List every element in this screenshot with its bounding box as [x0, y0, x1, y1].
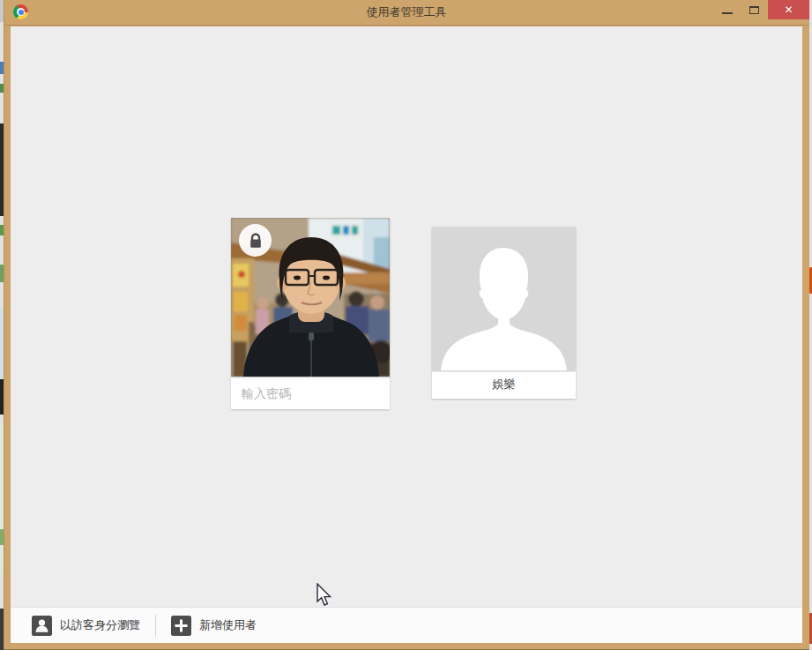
profile-photo[interactable] [231, 218, 390, 377]
profile-silhouette-avatar[interactable] [432, 227, 576, 370]
close-icon: ✕ [784, 4, 793, 16]
window-title: 使用者管理工具 [4, 0, 809, 26]
window-controls: ✕ [713, 0, 809, 19]
profile-pod-entertainment[interactable]: 娛樂 [432, 227, 576, 399]
profile-name-label: 娛樂 [432, 370, 576, 399]
lock-icon [247, 232, 264, 250]
browse-as-guest-button[interactable]: 以訪客身分瀏覽 [26, 612, 145, 639]
minimize-icon [722, 12, 733, 14]
bottom-toolbar: 以訪客身分瀏覽 新增使用者 [11, 607, 802, 643]
screen: 使用者管理工具 ✕ [0, 0, 812, 650]
locked-badge [239, 224, 272, 257]
add-user-label: 新增使用者 [199, 617, 257, 633]
guest-person-icon [32, 616, 52, 636]
person-silhouette-icon [432, 227, 576, 370]
titlebar[interactable]: 使用者管理工具 ✕ [4, 0, 809, 26]
content-area: 娛樂 以訪客身分瀏覽 [11, 26, 802, 643]
maximize-button[interactable] [741, 0, 768, 19]
browse-as-guest-label: 以訪客身分瀏覽 [60, 617, 140, 633]
profile-pod-photo[interactable] [231, 218, 390, 409]
add-user-button[interactable]: 新增使用者 [166, 612, 262, 639]
close-button[interactable]: ✕ [768, 0, 809, 19]
minimize-button[interactable] [713, 0, 741, 19]
mouse-cursor [317, 583, 333, 608]
plus-icon [171, 616, 191, 636]
toolbar-divider [155, 615, 156, 637]
password-input[interactable] [231, 377, 390, 409]
password-row [231, 377, 390, 409]
user-manager-window: 使用者管理工具 ✕ [4, 0, 809, 650]
maximize-icon [749, 6, 759, 14]
